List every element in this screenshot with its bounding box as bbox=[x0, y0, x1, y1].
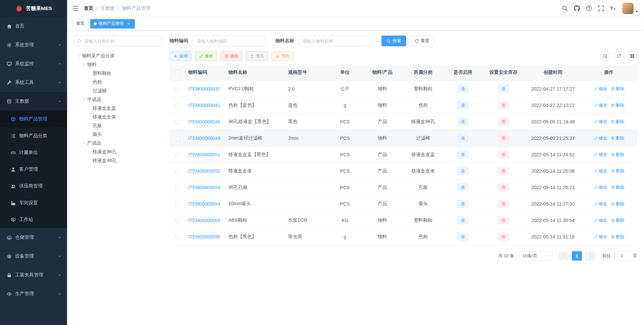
tree-node[interactable]: 移液盒96孔 bbox=[74, 148, 163, 156]
add-button[interactable]: 新增 bbox=[169, 51, 192, 61]
next-page-button[interactable]: › bbox=[585, 251, 595, 261]
edit-button[interactable]: 修改 bbox=[195, 51, 217, 61]
search-button[interactable]: 搜索 bbox=[381, 36, 406, 46]
close-icon[interactable]: × bbox=[126, 21, 131, 26]
sidebar-item-production-management[interactable]: 生产管理 bbox=[0, 284, 67, 303]
select-all-checkbox[interactable] bbox=[175, 70, 180, 75]
tree-node[interactable]: 物料及产品分类 bbox=[74, 52, 163, 60]
refresh-table-button[interactable] bbox=[614, 51, 624, 61]
sidebar-item-workstation[interactable]: 工作站 bbox=[0, 211, 67, 228]
sidebar-item-supplier-management[interactable]: 供应商管理 bbox=[0, 178, 67, 195]
sidebar-item-master-data[interactable]: 主数据 bbox=[0, 92, 67, 111]
material-code-link[interactable]: ITEM00000046 bbox=[188, 119, 220, 124]
material-code-link[interactable]: ITEM00000055 bbox=[188, 218, 220, 223]
delete-link[interactable]: 删除 bbox=[611, 135, 625, 141]
edit-link[interactable]: 修改 bbox=[594, 217, 607, 223]
material-name-input[interactable] bbox=[298, 36, 372, 46]
sidebar-item-material-product-category[interactable]: 物料产品分类 bbox=[0, 127, 67, 144]
breadcrumb-item[interactable]: 首页 bbox=[84, 5, 93, 11]
delete-link[interactable]: 删除 bbox=[611, 201, 625, 207]
tree-node[interactable]: 吸头 bbox=[74, 130, 163, 139]
edit-link[interactable]: 修改 bbox=[594, 119, 607, 125]
sidebar-item-system-tools[interactable]: 系统工具 bbox=[0, 73, 67, 92]
delete-link[interactable]: 删除 bbox=[611, 152, 625, 158]
hamburger-icon[interactable] bbox=[72, 5, 81, 11]
row-checkbox[interactable] bbox=[175, 87, 180, 92]
tree-node[interactable]: 过滤棉 bbox=[74, 87, 163, 95]
sidebar-item-system-management[interactable]: 系统管理 bbox=[0, 36, 67, 54]
material-code-link[interactable]: ITEM00000049 bbox=[188, 136, 220, 141]
table-row[interactable]: ITEM00000055ABS颗粒长度1CMKG物料塑料颗粒是否2022-05-… bbox=[169, 212, 637, 228]
row-checkbox[interactable] bbox=[175, 169, 180, 174]
question-icon[interactable] bbox=[586, 5, 592, 11]
github-icon[interactable] bbox=[574, 5, 580, 11]
toggle-search-button[interactable] bbox=[600, 51, 610, 61]
page-size-select[interactable]: 10条/页 bbox=[519, 251, 552, 261]
delete-link[interactable]: 删除 bbox=[611, 119, 625, 125]
material-code-link[interactable]: ITEM00000037 bbox=[188, 86, 220, 92]
delete-link[interactable]: 删除 bbox=[611, 102, 625, 108]
material-code-link[interactable]: ITEM00000041 bbox=[188, 103, 220, 108]
sidebar-item-customer-management[interactable]: 客户管理 bbox=[0, 161, 67, 178]
delete-link[interactable]: 删除 bbox=[611, 184, 625, 191]
material-code-link[interactable]: ITEM00000052 bbox=[188, 168, 220, 174]
material-code-input[interactable] bbox=[192, 36, 266, 46]
tree-node[interactable]: 移液盒盒体 bbox=[74, 113, 163, 121]
row-checkbox[interactable] bbox=[175, 103, 180, 108]
edit-link[interactable]: 修改 bbox=[594, 86, 607, 92]
sidebar-item-warehouse-management[interactable]: 仓储管理 bbox=[0, 228, 67, 247]
table-row[interactable]: ITEM00000041色粉【蓝色】蓝色g物料色粉是否2022-04-27 22… bbox=[169, 97, 637, 113]
tab-home[interactable]: 首页 bbox=[72, 19, 88, 29]
tree-node[interactable]: 产成品 bbox=[74, 139, 163, 148]
delete-link[interactable]: 删除 bbox=[611, 234, 625, 240]
table-row[interactable]: ITEM0000004696孔移液盒【黑色】黑色PCS产品移液盒96孔是否202… bbox=[169, 113, 637, 130]
tree-node[interactable]: 塑料颗粒 bbox=[74, 69, 163, 78]
tree-node[interactable]: 半成品 bbox=[74, 95, 163, 104]
row-checkbox[interactable] bbox=[175, 136, 180, 141]
table-row[interactable]: ITEM000000492mm直径过滤棉2mmPCS物料过滤棉是否2022-05… bbox=[169, 130, 637, 146]
edit-link[interactable]: 修改 bbox=[594, 152, 607, 158]
sidebar-item-fixture-management[interactable]: 工装夹具管理 bbox=[0, 266, 67, 284]
row-checkbox[interactable] bbox=[175, 153, 180, 157]
tree-node[interactable]: 移液盒盒盖 bbox=[74, 104, 163, 113]
delete-link[interactable]: 删除 bbox=[611, 86, 625, 92]
font-size-icon[interactable]: TT bbox=[610, 5, 616, 11]
delete-link[interactable]: 删除 bbox=[611, 217, 625, 223]
tree-node[interactable]: 物料 bbox=[74, 60, 163, 69]
delete-button[interactable]: 删除 bbox=[220, 51, 243, 61]
table-row[interactable]: ITEM0000005410mm吸头PCS产品吸头是否2022-05-14 11… bbox=[169, 196, 637, 212]
row-checkbox[interactable] bbox=[175, 235, 180, 239]
table-row[interactable]: ITEM00000051移液盒盒盖【黑色】PCS产品移液盒盒盖是否2022-05… bbox=[169, 146, 637, 163]
edit-link[interactable]: 修改 bbox=[594, 234, 607, 240]
delete-link[interactable]: 删除 bbox=[611, 168, 625, 174]
column-visibility-button[interactable] bbox=[627, 51, 637, 61]
sidebar-item-home[interactable]: 首页 bbox=[0, 17, 67, 36]
material-code-link[interactable]: ITEM00000054 bbox=[188, 201, 220, 207]
tree-node[interactable]: 移液盒48孔 bbox=[74, 156, 163, 165]
material-code-link[interactable]: ITEM00000056 bbox=[188, 234, 220, 239]
goto-page-input[interactable] bbox=[614, 251, 630, 261]
table-row[interactable]: ITEM00000052移液盒盒体PCS产品移液盒盒体是否2022-05-14 … bbox=[169, 163, 637, 179]
tree-node[interactable]: 孔板 bbox=[74, 121, 163, 130]
export-button[interactable]: 导出 bbox=[271, 51, 293, 61]
category-search-input[interactable] bbox=[74, 36, 163, 46]
sidebar-item-workshop-settings[interactable]: 车间设置 bbox=[0, 195, 67, 211]
row-checkbox[interactable] bbox=[175, 202, 180, 207]
edit-link[interactable]: 修改 bbox=[594, 102, 607, 108]
sidebar-item-equipment-management[interactable]: 设备管理 bbox=[0, 247, 67, 266]
reset-button[interactable]: 重置 bbox=[410, 36, 434, 46]
tree-node[interactable]: 色粉 bbox=[74, 78, 163, 87]
tab-material-product-management[interactable]: 物料产品管理× bbox=[90, 19, 135, 29]
sidebar-item-system-monitor[interactable]: 系统监控 bbox=[0, 54, 67, 73]
edit-link[interactable]: 修改 bbox=[594, 168, 607, 174]
row-checkbox[interactable] bbox=[175, 120, 180, 124]
row-checkbox[interactable] bbox=[175, 185, 180, 190]
material-code-link[interactable]: ITEM00000053 bbox=[188, 185, 220, 190]
edit-link[interactable]: 修改 bbox=[594, 184, 607, 191]
page-1-button[interactable]: 1 bbox=[572, 251, 582, 261]
prev-page-button[interactable]: ‹ bbox=[558, 251, 569, 261]
edit-link[interactable]: 修改 bbox=[594, 135, 607, 141]
edit-link[interactable]: 修改 bbox=[594, 201, 607, 207]
app-logo[interactable]: 苦糖果MES bbox=[0, 0, 67, 17]
search-icon[interactable] bbox=[562, 5, 568, 11]
